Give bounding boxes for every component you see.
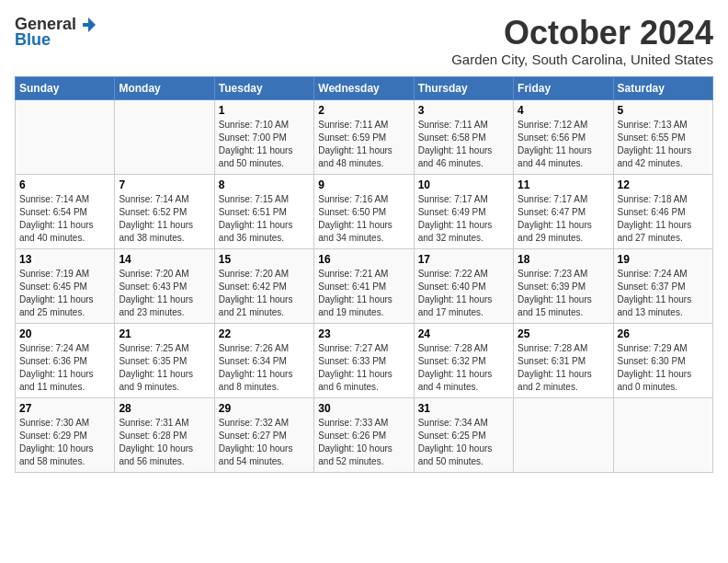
weekday-header-monday: Monday: [115, 76, 214, 99]
day-cell-28: 28Sunrise: 7:31 AMSunset: 6:28 PMDayligh…: [115, 397, 214, 472]
day-cell-30: 30Sunrise: 7:33 AMSunset: 6:26 PMDayligh…: [314, 397, 414, 472]
day-number: 2: [318, 104, 409, 117]
day-cell-3: 3Sunrise: 7:11 AMSunset: 6:58 PMDaylight…: [414, 99, 513, 174]
day-content: Sunrise: 7:11 AMSunset: 6:59 PMDaylight:…: [318, 119, 409, 170]
day-number: 17: [418, 253, 509, 266]
day-content: Sunrise: 7:14 AMSunset: 6:54 PMDaylight:…: [19, 193, 110, 245]
logo-icon: [79, 16, 97, 34]
day-cell-9: 9Sunrise: 7:16 AMSunset: 6:50 PMDaylight…: [314, 174, 414, 248]
day-cell-10: 10Sunrise: 7:17 AMSunset: 6:49 PMDayligh…: [414, 174, 513, 248]
day-number: 20: [19, 327, 110, 340]
day-content: Sunrise: 7:28 AMSunset: 6:31 PMDaylight:…: [518, 342, 609, 394]
day-content: Sunrise: 7:31 AMSunset: 6:28 PMDaylight:…: [119, 417, 210, 468]
day-number: 6: [19, 178, 110, 191]
day-content: Sunrise: 7:20 AMSunset: 6:42 PMDaylight:…: [219, 268, 310, 319]
weekday-header-saturday: Saturday: [613, 76, 712, 99]
day-cell-18: 18Sunrise: 7:23 AMSunset: 6:39 PMDayligh…: [514, 248, 613, 323]
weekday-header-sunday: Sunday: [16, 76, 115, 99]
logo-blue-text: Blue: [15, 30, 51, 50]
day-number: 27: [19, 402, 110, 415]
day-content: Sunrise: 7:33 AMSunset: 6:26 PMDaylight:…: [318, 417, 409, 468]
day-number: 15: [219, 253, 310, 266]
empty-cell: [115, 99, 214, 174]
week-row-2: 6Sunrise: 7:14 AMSunset: 6:54 PMDaylight…: [16, 174, 713, 248]
day-content: Sunrise: 7:21 AMSunset: 6:41 PMDaylight:…: [318, 268, 409, 319]
day-cell-15: 15Sunrise: 7:20 AMSunset: 6:42 PMDayligh…: [214, 248, 313, 323]
header-row: SundayMondayTuesdayWednesdayThursdayFrid…: [16, 76, 713, 99]
day-cell-26: 26Sunrise: 7:29 AMSunset: 6:30 PMDayligh…: [613, 323, 712, 397]
day-content: Sunrise: 7:23 AMSunset: 6:39 PMDaylight:…: [518, 268, 609, 319]
title-block: October 2024 Garden City, South Carolina…: [451, 15, 713, 67]
week-row-5: 27Sunrise: 7:30 AMSunset: 6:29 PMDayligh…: [16, 397, 713, 472]
day-content: Sunrise: 7:17 AMSunset: 6:49 PMDaylight:…: [418, 193, 509, 245]
week-row-3: 13Sunrise: 7:19 AMSunset: 6:45 PMDayligh…: [16, 248, 713, 323]
day-number: 12: [618, 178, 709, 191]
day-content: Sunrise: 7:17 AMSunset: 6:47 PMDaylight:…: [518, 193, 609, 245]
day-number: 16: [318, 253, 409, 266]
day-content: Sunrise: 7:30 AMSunset: 6:29 PMDaylight:…: [19, 417, 110, 468]
day-cell-7: 7Sunrise: 7:14 AMSunset: 6:52 PMDaylight…: [115, 174, 214, 248]
day-cell-1: 1Sunrise: 7:10 AMSunset: 7:00 PMDaylight…: [214, 99, 313, 174]
day-cell-8: 8Sunrise: 7:15 AMSunset: 6:51 PMDaylight…: [214, 174, 313, 248]
day-number: 8: [219, 178, 310, 191]
day-number: 22: [219, 327, 310, 340]
day-number: 9: [318, 178, 409, 191]
day-number: 24: [418, 327, 509, 340]
day-cell-17: 17Sunrise: 7:22 AMSunset: 6:40 PMDayligh…: [414, 248, 513, 323]
day-cell-21: 21Sunrise: 7:25 AMSunset: 6:35 PMDayligh…: [115, 323, 214, 397]
day-number: 11: [518, 178, 609, 191]
day-content: Sunrise: 7:28 AMSunset: 6:32 PMDaylight:…: [418, 342, 509, 394]
empty-cell: [16, 99, 115, 174]
day-number: 28: [119, 402, 210, 415]
day-number: 14: [119, 253, 210, 266]
day-content: Sunrise: 7:18 AMSunset: 6:46 PMDaylight:…: [618, 193, 709, 245]
day-cell-31: 31Sunrise: 7:34 AMSunset: 6:25 PMDayligh…: [414, 397, 513, 472]
day-content: Sunrise: 7:34 AMSunset: 6:25 PMDaylight:…: [418, 417, 509, 468]
weekday-header-friday: Friday: [514, 76, 613, 99]
day-number: 21: [119, 327, 210, 340]
weekday-header-thursday: Thursday: [414, 76, 513, 99]
day-content: Sunrise: 7:19 AMSunset: 6:45 PMDaylight:…: [19, 268, 110, 319]
day-cell-29: 29Sunrise: 7:32 AMSunset: 6:27 PMDayligh…: [214, 397, 313, 472]
day-content: Sunrise: 7:26 AMSunset: 6:34 PMDaylight:…: [219, 342, 310, 394]
day-cell-6: 6Sunrise: 7:14 AMSunset: 6:54 PMDaylight…: [16, 174, 115, 248]
day-number: 29: [219, 402, 310, 415]
day-content: Sunrise: 7:14 AMSunset: 6:52 PMDaylight:…: [119, 193, 210, 245]
day-content: Sunrise: 7:10 AMSunset: 7:00 PMDaylight:…: [219, 119, 310, 170]
day-number: 4: [518, 104, 609, 117]
day-content: Sunrise: 7:27 AMSunset: 6:33 PMDaylight:…: [318, 342, 409, 394]
day-number: 18: [518, 253, 609, 266]
day-content: Sunrise: 7:11 AMSunset: 6:58 PMDaylight:…: [418, 119, 509, 170]
day-number: 1: [219, 104, 310, 117]
day-content: Sunrise: 7:16 AMSunset: 6:50 PMDaylight:…: [318, 193, 409, 245]
day-content: Sunrise: 7:24 AMSunset: 6:36 PMDaylight:…: [19, 342, 110, 394]
day-content: Sunrise: 7:25 AMSunset: 6:35 PMDaylight:…: [119, 342, 210, 394]
day-content: Sunrise: 7:13 AMSunset: 6:55 PMDaylight:…: [618, 119, 709, 170]
day-cell-20: 20Sunrise: 7:24 AMSunset: 6:36 PMDayligh…: [16, 323, 115, 397]
day-number: 30: [318, 402, 409, 415]
day-number: 10: [418, 178, 509, 191]
weekday-header-tuesday: Tuesday: [214, 76, 313, 99]
day-cell-24: 24Sunrise: 7:28 AMSunset: 6:32 PMDayligh…: [414, 323, 513, 397]
day-content: Sunrise: 7:22 AMSunset: 6:40 PMDaylight:…: [418, 268, 509, 319]
month-title: October 2024: [451, 15, 713, 52]
empty-cell: [514, 397, 613, 472]
week-row-4: 20Sunrise: 7:24 AMSunset: 6:36 PMDayligh…: [16, 323, 713, 397]
day-content: Sunrise: 7:32 AMSunset: 6:27 PMDaylight:…: [219, 417, 310, 468]
day-cell-27: 27Sunrise: 7:30 AMSunset: 6:29 PMDayligh…: [16, 397, 115, 472]
day-number: 5: [618, 104, 709, 117]
day-number: 25: [518, 327, 609, 340]
day-content: Sunrise: 7:29 AMSunset: 6:30 PMDaylight:…: [618, 342, 709, 394]
calendar-table: SundayMondayTuesdayWednesdayThursdayFrid…: [15, 76, 713, 473]
day-number: 19: [618, 253, 709, 266]
weekday-header-wednesday: Wednesday: [314, 76, 414, 99]
day-cell-23: 23Sunrise: 7:27 AMSunset: 6:33 PMDayligh…: [314, 323, 414, 397]
day-number: 23: [318, 327, 409, 340]
day-cell-22: 22Sunrise: 7:26 AMSunset: 6:34 PMDayligh…: [214, 323, 313, 397]
day-number: 26: [618, 327, 709, 340]
day-number: 13: [19, 253, 110, 266]
day-cell-5: 5Sunrise: 7:13 AMSunset: 6:55 PMDaylight…: [613, 99, 712, 174]
day-cell-19: 19Sunrise: 7:24 AMSunset: 6:37 PMDayligh…: [613, 248, 712, 323]
day-content: Sunrise: 7:20 AMSunset: 6:43 PMDaylight:…: [119, 268, 210, 319]
subtitle: Garden City, South Carolina, United Stat…: [451, 52, 713, 67]
